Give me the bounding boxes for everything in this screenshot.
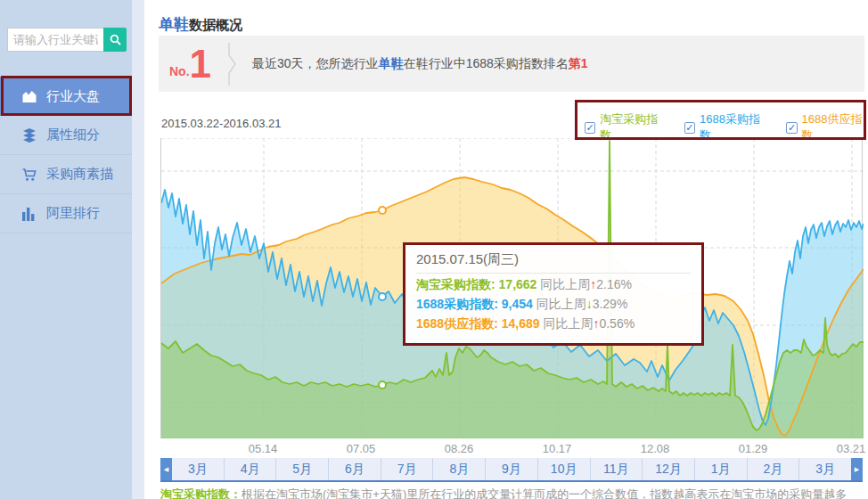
month-tab-7[interactable]: 10月: [538, 458, 591, 480]
sidebar: 行业大盘属性细分采购商素描阿里排行: [0, 0, 132, 499]
title-keyword: 单鞋: [159, 16, 189, 33]
month-tab-11[interactable]: 2月: [748, 458, 800, 480]
hover-point-marker: [379, 293, 386, 300]
tooltip-series-label: 1688采购指数:: [416, 297, 498, 311]
hover-point-marker: [379, 381, 386, 389]
tooltip-percent: 2.16%: [596, 277, 632, 291]
month-tab-8[interactable]: 11月: [591, 458, 643, 480]
tooltip-date: 2015.07.15(周三): [416, 251, 691, 274]
tooltip-percent: 0.56%: [599, 316, 635, 331]
tooltip-value: 14,689: [502, 316, 540, 331]
month-nav-prev-button[interactable]: ◀: [160, 458, 172, 480]
month-tab-3[interactable]: 6月: [329, 458, 381, 480]
sidebar-item-1[interactable]: 属性细分: [0, 116, 132, 155]
industry-search: [7, 28, 127, 52]
month-tab-4[interactable]: 7月: [381, 458, 434, 480]
x-tick-label: 12.08: [635, 442, 675, 455]
sidebar-item-0[interactable]: 行业大盘: [0, 77, 132, 116]
down-arrow-icon: ↓: [586, 297, 593, 311]
x-tick-label: 03.21: [831, 442, 868, 455]
tooltip-row-1: 1688采购指数: 9,454 同比上周↓3.29%: [416, 297, 691, 313]
sidebar-menu: 行业大盘属性细分采购商素描阿里排行: [0, 77, 132, 233]
month-tab-2[interactable]: 5月: [276, 458, 329, 480]
month-tab-5[interactable]: 8月: [433, 458, 486, 480]
tooltip-series-label: 淘宝采购指数:: [416, 277, 495, 291]
date-range-label: 2015.03.22-2016.03.21: [161, 117, 281, 130]
month-tab-9[interactable]: 12月: [643, 458, 695, 480]
tooltip-compare-text: 同比上周: [543, 316, 593, 331]
rank-number: 1: [190, 45, 211, 84]
page-title: 单鞋数据概况: [159, 4, 242, 37]
x-tick-label: 08.26: [439, 442, 479, 455]
x-tick-label: 07.05: [341, 442, 381, 455]
area-chart-icon: [21, 89, 37, 103]
tooltip-percent: 3.29%: [593, 297, 628, 311]
sidebar-item-3[interactable]: 阿里排行: [0, 194, 132, 233]
hover-point-marker: [379, 207, 386, 214]
sidebar-divider: [132, 0, 144, 499]
title-rest: 数据概况: [189, 17, 242, 32]
sidebar-item-label: 行业大盘: [46, 88, 100, 105]
month-nav: ◀ 3月4月5月6月7月8月9月10月11月12月1月2月3月 ▶: [160, 458, 863, 482]
app-root: 行业大盘属性细分采购商素描阿里排行 单鞋数据概况 No. 1 最近30天，您所选…: [0, 0, 868, 499]
tooltip-compare-text: 同比上周: [540, 277, 590, 291]
sidebar-item-label: 采购商素描: [46, 166, 113, 183]
banner-rank-text: 第1: [569, 56, 588, 70]
footnote: 淘宝采购指数：根据在淘宝市场(淘宝集市+天猫)里所在行业的成交量计算而成的一个综…: [160, 487, 866, 499]
banner-text-middle: 在鞋行业中1688采购指数排名: [404, 56, 569, 70]
search-button[interactable]: [103, 28, 127, 52]
sidebar-item-label: 阿里排行: [46, 205, 100, 222]
legend-checkbox[interactable]: ✓: [684, 122, 695, 134]
footnote-label: 淘宝采购指数：: [160, 487, 242, 499]
x-tick-label: 10.17: [537, 442, 577, 455]
x-axis-labels: 05.1407.0508.2610.1712.0801.2903.21: [160, 442, 863, 456]
month-nav-next-button[interactable]: ▶: [851, 458, 863, 480]
tooltip-compare-text: 同比上周: [536, 297, 586, 311]
sidebar-item-2[interactable]: 采购商素描: [0, 155, 132, 194]
search-icon: [110, 34, 121, 45]
tooltip-value: 17,662: [499, 277, 537, 291]
banner-keyword: 单鞋: [379, 56, 404, 70]
legend-checkbox[interactable]: ✓: [786, 122, 797, 134]
month-tabs: 3月4月5月6月7月8月9月10月11月12月1月2月3月: [172, 458, 851, 480]
rank-banner: No. 1 最近30天，您所选行业单鞋在鞋行业中1688采购指数排名第1: [159, 36, 864, 92]
search-input[interactable]: [7, 28, 103, 52]
tooltip-rows: 淘宝采购指数: 17,662 同比上周↑2.16%1688采购指数: 9,454…: [416, 277, 691, 332]
x-tick-label: 05.14: [243, 442, 283, 455]
tooltip-series-label: 1688供应指数:: [416, 316, 498, 331]
banner-text-before: 最近30天，您所选行业: [252, 56, 379, 70]
tooltip-row-0: 淘宝采购指数: 17,662 同比上周↑2.16%: [416, 277, 691, 293]
x-tick-label: 01.29: [733, 442, 773, 455]
tooltip-row-2: 1688供应指数: 14,689 同比上周↑0.56%: [416, 316, 691, 332]
bar-chart-icon: [21, 207, 37, 221]
sidebar-item-label: 属性细分: [46, 127, 100, 143]
banner-divider-chevron: [227, 43, 238, 86]
month-tab-10[interactable]: 1月: [695, 458, 748, 480]
tooltip-value: 9,454: [502, 297, 533, 311]
month-tab-1[interactable]: 4月: [225, 458, 277, 480]
rank-banner-text: 最近30天，您所选行业单鞋在鞋行业中1688采购指数排名第1: [252, 56, 588, 72]
month-tab-0[interactable]: 3月: [172, 458, 225, 480]
chart-tooltip: 2015.07.15(周三) 淘宝采购指数: 17,662 同比上周↑2.16%…: [403, 242, 704, 346]
month-tab-12[interactable]: 3月: [799, 458, 851, 480]
month-tab-6[interactable]: 9月: [486, 458, 538, 480]
cart-icon: [21, 168, 37, 182]
rank-no-prefix: No.: [169, 64, 190, 78]
footnote-text: 根据在淘宝市场(淘宝集市+天猫)里所在行业的成交量计算而成的一个综合数值，指数越…: [242, 487, 847, 499]
layers-icon: [21, 128, 37, 143]
legend-checkbox[interactable]: ✓: [585, 122, 595, 134]
